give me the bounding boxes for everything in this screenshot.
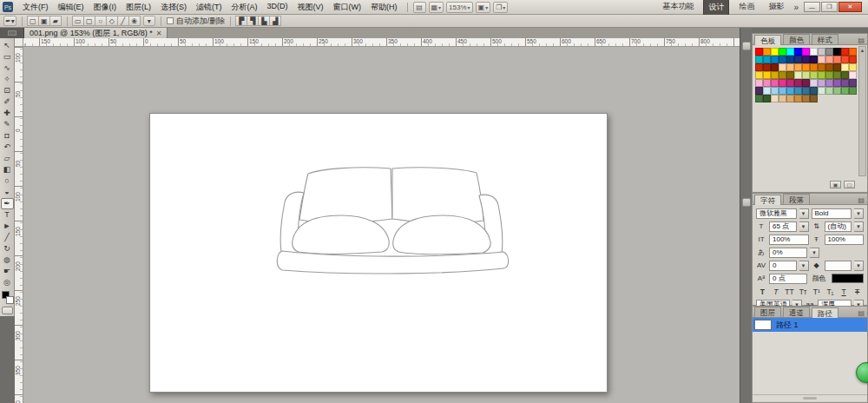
color-swatch[interactable] — [818, 71, 825, 79]
color-swatch[interactable] — [802, 63, 810, 71]
color-swatch[interactable] — [810, 48, 818, 56]
color-swatch[interactable] — [779, 79, 786, 87]
vertical-ruler[interactable]: 10050050100150200250300350400 — [15, 47, 23, 403]
color-swatch[interactable] — [825, 56, 833, 63]
color-swatch[interactable] — [833, 79, 841, 87]
color-swatch[interactable] — [841, 48, 849, 56]
color-swatch[interactable] — [763, 95, 771, 102]
color-swatch[interactable] — [849, 56, 857, 63]
hand-tool[interactable]: ☛ — [1, 266, 14, 277]
arrange-documents-icon[interactable]: ▣▾ — [476, 2, 491, 13]
tool-preset-picker[interactable]: ✒ ▾ — [3, 16, 16, 26]
workspace-button[interactable]: 设计 — [703, 0, 729, 16]
baseline-shift-input[interactable]: 0 点 — [769, 274, 807, 284]
zoom-level-dropdown[interactable]: 153%▾ — [446, 2, 472, 13]
menu-item[interactable]: 选择(S) — [156, 1, 191, 14]
color-swatch[interactable] — [849, 63, 857, 71]
color-swatch[interactable] — [810, 87, 818, 95]
swatches-scrollbar[interactable]: ▲ — [858, 46, 866, 176]
color-swatch[interactable] — [771, 95, 779, 102]
chevron-down-icon[interactable]: ▼ — [854, 208, 864, 219]
view-extras-icon[interactable]: ▦▾ — [429, 2, 444, 13]
color-swatch[interactable] — [818, 87, 825, 95]
drawing-mode-button[interactable]: ▰ — [49, 16, 62, 26]
path-row[interactable]: 路径 1 — [753, 318, 867, 332]
color-swatch[interactable] — [755, 63, 763, 71]
color-swatch[interactable] — [802, 95, 810, 102]
font-style-select[interactable]: Bold — [812, 208, 852, 219]
eyedropper-tool[interactable]: ✐ — [1, 96, 14, 108]
menu-item[interactable]: 帮助(H) — [366, 1, 402, 14]
color-swatch[interactable] — [755, 56, 763, 63]
color-swatch[interactable] — [763, 87, 771, 95]
history-brush-tool[interactable]: ↶ — [1, 142, 14, 153]
shape-tool-button[interactable]: ▢ — [83, 16, 95, 26]
minimize-button[interactable]: — — [804, 2, 820, 12]
color-swatch[interactable] — [810, 95, 818, 102]
shape-tool-button[interactable]: ◇ — [106, 16, 118, 26]
color-swatch[interactable] — [771, 79, 779, 87]
color-swatch[interactable] — [794, 95, 802, 102]
color-swatch[interactable] — [833, 48, 841, 56]
color-swatch[interactable] — [755, 71, 763, 79]
color-swatch[interactable] — [849, 79, 857, 87]
menu-item[interactable]: 窗口(W) — [329, 1, 366, 14]
text-style-button[interactable]: TT — [783, 287, 796, 297]
panel-tab[interactable]: 段落 — [783, 194, 810, 204]
color-swatch[interactable] — [833, 87, 841, 95]
workspace-button[interactable]: 绘画 — [734, 0, 759, 16]
color-swatch[interactable] — [779, 48, 786, 56]
type-tool[interactable]: T — [1, 209, 14, 221]
path-operation-button[interactable]: ▟ — [269, 16, 281, 26]
font-size-input[interactable]: 65 点 — [769, 221, 797, 232]
quick-mask-button[interactable] — [2, 307, 13, 314]
workspace-button[interactable]: 摄影 — [764, 0, 788, 16]
panel-group-icon[interactable] — [742, 198, 751, 207]
tracking-input[interactable]: 0 — [769, 261, 797, 271]
color-swatch[interactable] — [794, 79, 802, 87]
chevron-down-icon[interactable]: ▼ — [799, 261, 809, 271]
panel-menu-icon[interactable]: ▤ — [858, 196, 865, 204]
new-swatch-button[interactable]: ▣ — [830, 181, 841, 188]
color-swatch[interactable] — [779, 71, 786, 79]
kerning-input[interactable] — [825, 261, 852, 271]
dodge-tool[interactable]: ◒ — [1, 187, 14, 198]
color-swatch[interactable] — [825, 63, 833, 71]
color-swatch[interactable] — [763, 56, 771, 63]
color-swatch[interactable] — [810, 79, 818, 87]
color-swatch[interactable] — [786, 63, 794, 71]
color-swatch[interactable] — [771, 63, 779, 71]
menu-item[interactable]: 3D(D) — [263, 1, 293, 14]
shape-tool-button[interactable]: ▭ — [72, 16, 84, 26]
color-swatch[interactable] — [818, 79, 825, 87]
document-tab[interactable]: 001.png @ 153% (图层 1, RGB/8) * ✕ — [24, 28, 168, 38]
restore-button[interactable]: ❐ — [821, 2, 838, 12]
quick-selection-tool[interactable]: ✧ — [1, 74, 14, 85]
leading-input[interactable]: (自动) — [825, 221, 852, 232]
color-swatch[interactable] — [825, 87, 833, 95]
color-swatch[interactable] — [802, 87, 810, 95]
color-swatch[interactable] — [771, 71, 779, 79]
path-operation-button[interactable]: ▛ — [235, 16, 247, 26]
color-swatch[interactable] — [763, 71, 771, 79]
blur-tool[interactable]: ○ — [1, 175, 14, 187]
horizontal-scale-input[interactable]: 100% — [825, 235, 865, 245]
color-swatch[interactable] — [849, 48, 857, 56]
color-swatch[interactable] — [841, 63, 849, 71]
color-swatch[interactable] — [755, 95, 763, 102]
color-swatch[interactable] — [818, 48, 825, 56]
menu-item[interactable]: 视图(V) — [293, 1, 328, 14]
color-swatch[interactable] — [818, 63, 825, 71]
shape-tool-button[interactable]: ❀ — [128, 16, 141, 26]
color-swatch[interactable] — [833, 63, 841, 71]
text-style-button[interactable]: T — [770, 287, 783, 297]
screen-mode-icon[interactable]: ❐▾ — [493, 2, 508, 13]
panel-menu-icon[interactable]: ▤ — [858, 309, 865, 317]
pen-tool[interactable]: ✒ — [1, 198, 14, 209]
clone-stamp-tool[interactable]: ◘ — [1, 130, 14, 142]
color-swatch[interactable] — [771, 87, 779, 95]
auto-add-delete-checkbox[interactable] — [167, 17, 174, 24]
horizontal-ruler[interactable]: 1501005005010015020025030035040045050055… — [23, 38, 740, 47]
color-swatch[interactable] — [825, 71, 833, 79]
healing-brush-tool[interactable]: ✚ — [1, 108, 14, 119]
